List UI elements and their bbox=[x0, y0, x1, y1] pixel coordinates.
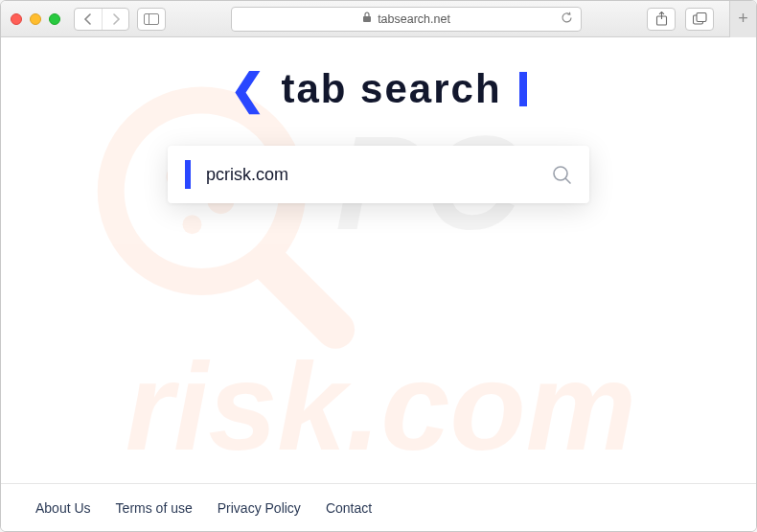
svg-line-8 bbox=[268, 263, 335, 330]
new-tab-button[interactable]: + bbox=[729, 1, 756, 37]
lock-icon bbox=[362, 12, 372, 26]
maximize-window-button[interactable] bbox=[49, 13, 60, 25]
site-logo: ❮ tab search bbox=[230, 64, 526, 113]
logo-cursor-icon bbox=[519, 72, 527, 106]
search-icon bbox=[551, 164, 572, 185]
hero: ❮ tab search bbox=[1, 37, 756, 203]
sidebar-toggle-button[interactable] bbox=[137, 8, 166, 31]
page-content: PC risk.com ❮ tab search bbox=[1, 37, 756, 531]
close-window-button[interactable] bbox=[11, 13, 22, 25]
svg-rect-6 bbox=[697, 13, 706, 22]
search-cursor-icon bbox=[185, 160, 191, 189]
chevron-left-icon: ❮ bbox=[230, 64, 267, 113]
address-text: tabsearch.net bbox=[378, 12, 450, 26]
footer-link-privacy[interactable]: Privacy Policy bbox=[218, 500, 301, 516]
traffic-lights bbox=[11, 13, 60, 25]
svg-rect-2 bbox=[363, 16, 371, 22]
search-button[interactable] bbox=[551, 164, 572, 185]
address-bar[interactable]: tabsearch.net bbox=[231, 7, 582, 32]
logo-text: tab search bbox=[281, 66, 501, 112]
titlebar: tabsearch.net + bbox=[1, 1, 756, 37]
browser-window: tabsearch.net + bbox=[0, 0, 757, 532]
reload-icon[interactable] bbox=[561, 12, 573, 27]
back-button[interactable] bbox=[75, 9, 102, 30]
footer-link-terms[interactable]: Terms of use bbox=[116, 500, 193, 516]
svg-text:risk.com: risk.com bbox=[126, 337, 636, 475]
svg-line-15 bbox=[565, 178, 570, 183]
forward-button[interactable] bbox=[102, 9, 128, 30]
footer-link-contact[interactable]: Contact bbox=[326, 500, 372, 516]
nav-buttons-group bbox=[74, 8, 129, 31]
share-button[interactable] bbox=[647, 8, 676, 31]
search-input[interactable] bbox=[206, 165, 536, 185]
svg-rect-0 bbox=[145, 13, 159, 24]
search-box[interactable] bbox=[168, 146, 589, 203]
toolbar-right: + bbox=[647, 1, 746, 37]
svg-point-11 bbox=[183, 215, 202, 234]
footer-link-about[interactable]: About Us bbox=[35, 500, 91, 516]
minimize-window-button[interactable] bbox=[30, 13, 41, 25]
footer: About Us Terms of use Privacy Policy Con… bbox=[1, 483, 756, 531]
tabs-button[interactable] bbox=[685, 8, 714, 31]
